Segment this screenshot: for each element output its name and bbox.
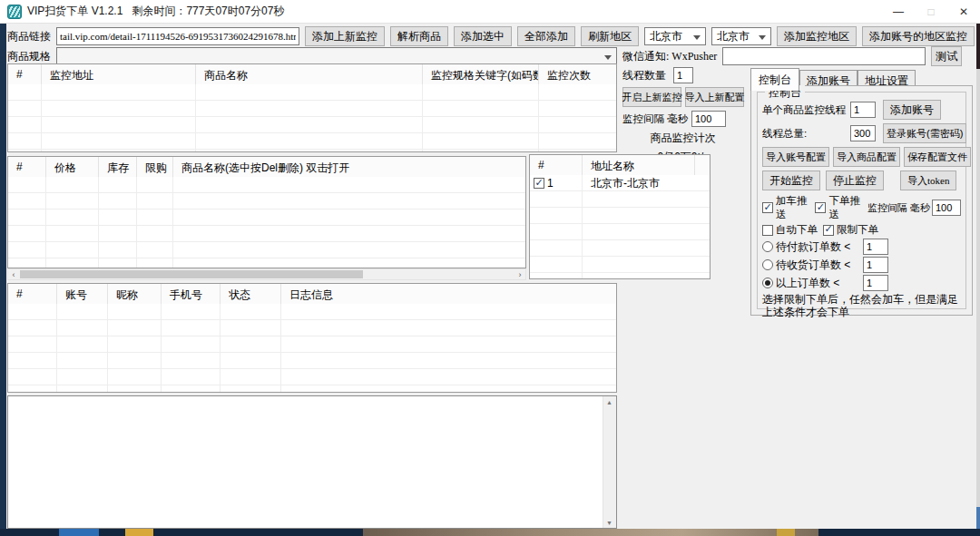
column-header[interactable]: # [8,64,42,84]
scroll-up-icon[interactable]: ▲ [603,396,615,407]
hscrollbar-thumb[interactable] [20,270,363,278]
close-button[interactable]: ✕ [947,0,980,23]
product-table-header: #价格库存限购商品名称(选中按Del删除) 双击打开 [8,157,525,178]
monitor-table-body[interactable] [8,84,616,151]
table-gridline [195,84,196,151]
scroll-left-icon[interactable]: ‹ [8,269,19,279]
product-table-body[interactable] [8,177,525,268]
column-header[interactable]: 监控规格关键字(如码数) [423,64,539,84]
maximize-button[interactable]: □ [915,0,947,23]
chevron-down-icon [693,35,701,44]
limit-order-note: 选择限制下单后，任然会加车，但是满足上述条件才会下单 [762,293,961,318]
console-groupbox: 控制台 单个商品监控线程 添加账号 线程总量: 登录账号(需密码) 导入账号配置… [757,92,966,309]
monitor-interval-input[interactable] [691,111,726,127]
chevron-down-icon [759,35,766,44]
log-textarea[interactable]: ▲ ▼ [7,395,617,529]
order-push-checkbox[interactable] [815,202,826,213]
wechat-notify-input[interactable] [722,47,926,65]
region-select-1[interactable]: 北京市 [644,27,706,45]
test-button[interactable]: 测试 [931,46,962,66]
taskbar-fragment [363,529,818,536]
tab-console[interactable]: 控制台 [750,68,799,91]
region-select-2[interactable]: 北京市 [711,27,771,45]
stop-monitor-button[interactable]: 停止监控 [826,171,884,190]
add-account-button[interactable]: 添加账号 [883,100,941,120]
above-orders-input[interactable] [863,275,888,291]
column-header[interactable]: 手机号 [162,284,220,304]
account-table-header: #账号昵称手机号状态日志信息 [8,284,616,305]
cart-push-checkbox[interactable] [762,202,773,213]
order-push-label: 下单推送 [828,194,862,221]
column-header[interactable]: # [530,155,583,175]
single-thread-input[interactable] [850,102,876,118]
column-header[interactable]: 库存 [99,157,137,177]
panel-interval-label: 监控间隔 毫秒 [867,201,930,215]
import-token-button[interactable]: 导入token [900,171,956,190]
address-row-index: 1 [547,177,554,190]
total-threads-input[interactable] [850,125,876,141]
product-link-input[interactable] [56,27,299,45]
product-spec-select[interactable] [56,47,617,65]
above-orders-radio[interactable] [762,278,773,288]
link-toolbar: 商品链接 添加上新监控 解析商品 添加选中 全部添加 刷新地区 北京市 北京市 … [7,26,975,46]
login-account-button[interactable]: 登录账号(需密码) [883,123,966,143]
minimize-button[interactable]: — [882,0,915,23]
column-header[interactable]: 监控地址 [42,64,196,84]
account-table: #账号昵称手机号状态日志信息 [7,283,617,393]
taskbar-fragment [125,529,153,536]
product-link-label: 商品链接 [7,29,51,44]
limit-order-label: 限制下单 [837,223,878,237]
parse-product-button[interactable]: 解析商品 [390,26,448,46]
column-header[interactable]: # [8,284,57,304]
column-header[interactable]: 限购 [137,157,173,177]
table-gridline [98,177,99,268]
scroll-right-icon[interactable]: › [514,269,525,279]
console-panel: 控制台 单个商品监控线程 添加账号 线程总量: 登录账号(需密码) 导入账号配置… [750,85,973,316]
refresh-region-button[interactable]: 刷新地区 [581,26,639,46]
region-select-2-value: 北京市 [717,29,750,44]
scroll-down-icon[interactable]: ▼ [603,517,615,528]
save-config-button[interactable]: 保存配置文件 [904,147,971,167]
column-header[interactable]: 监控次数 [539,64,616,84]
start-monitor-button[interactable]: 开始监控 [762,171,820,190]
account-table-body[interactable] [8,304,616,392]
add-account-region-monitor-button[interactable]: 添加账号的地区监控 [862,26,975,46]
add-monitor-region-button[interactable]: 添加监控地区 [777,26,857,46]
region-select-1-value: 北京市 [650,29,682,44]
table-gridline [136,177,137,268]
column-header[interactable]: 账号 [57,284,108,304]
table-gridline [280,304,281,392]
address-table-body[interactable]: 1 北京市-北京市 [530,175,710,278]
import-account-config-button[interactable]: 导入账号配置 [762,147,829,167]
column-header[interactable]: 商品名称 [196,64,423,84]
window-title: VIP扫货下单 V1.2.1 [27,4,122,19]
pending-payment-label: 待付款订单数 < [776,239,863,255]
add-all-button[interactable]: 全部添加 [517,26,575,46]
table-gridline [41,84,42,151]
pending-payment-radio[interactable] [762,241,773,252]
auto-order-checkbox[interactable] [762,225,773,236]
column-header[interactable]: 昵称 [108,284,162,304]
import-new-config-button[interactable]: 导入上新配置 [685,87,744,107]
table-gridline [422,84,423,151]
column-header[interactable]: 商品名称(选中按Del删除) 双击打开 [173,157,525,177]
address-row-checkbox[interactable] [534,178,544,189]
limit-order-checkbox[interactable] [823,225,834,236]
column-header[interactable]: # [8,157,46,177]
address-table-row[interactable]: 1 北京市-北京市 [530,175,710,191]
pending-receipt-input[interactable] [863,257,888,273]
panel-interval-input[interactable] [932,200,961,216]
add-selected-button[interactable]: 添加选中 [454,26,512,46]
add-new-monitor-button[interactable]: 添加上新监控 [305,26,385,46]
desktop-left-strip [0,24,6,529]
start-new-monitor-button[interactable]: 开启上新监控 [622,87,681,107]
thread-count-input[interactable] [673,67,693,83]
column-header[interactable]: 地址名称 [583,155,695,175]
desktop-right-strip [976,24,980,529]
column-header[interactable]: 日志信息 [281,284,616,304]
import-product-config-button[interactable]: 导入商品配置 [833,147,900,167]
pending-payment-input[interactable] [863,239,888,255]
column-header[interactable]: 状态 [220,284,281,304]
pending-receipt-radio[interactable] [762,259,773,270]
column-header[interactable]: 价格 [46,157,99,177]
